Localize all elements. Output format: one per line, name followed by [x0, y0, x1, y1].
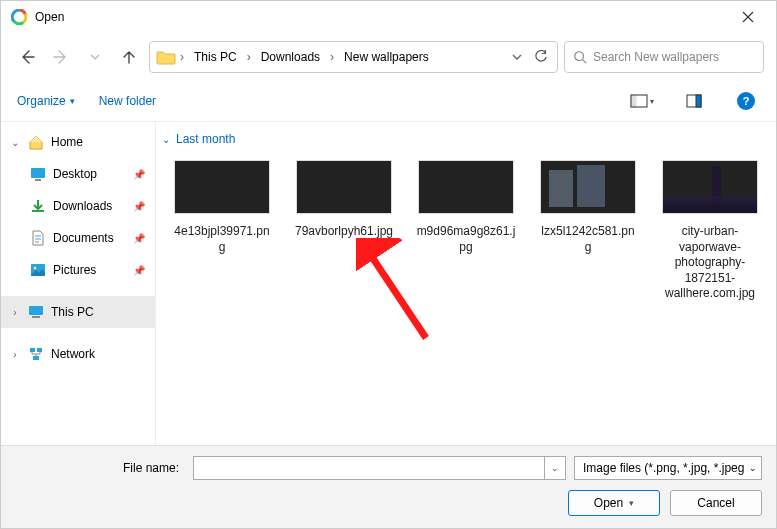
sidebar: ⌄ Home Desktop 📌 Downloads 📌 Documents — [1, 122, 156, 445]
group-header-last-month[interactable]: ⌄ Last month — [162, 132, 770, 146]
sidebar-label: Desktop — [53, 167, 97, 181]
sidebar-label: Documents — [53, 231, 114, 245]
forward-button[interactable] — [47, 43, 75, 71]
documents-icon — [29, 230, 47, 246]
svg-point-1 — [575, 52, 584, 61]
file-item[interactable]: 79avborlpyh61.jpg — [294, 160, 394, 302]
filename-label: File name: — [15, 461, 185, 475]
sidebar-label: Home — [51, 135, 83, 149]
pin-icon: 📌 — [133, 201, 145, 212]
search-icon — [573, 50, 587, 64]
help-icon: ? — [737, 92, 755, 110]
nav-row: › This PC › Downloads › New wallpapers — [1, 33, 776, 81]
svg-rect-5 — [696, 95, 701, 107]
chevron-down-icon: ⌄ — [749, 463, 757, 473]
crumb-new-wallpapers[interactable]: New wallpapers — [340, 48, 433, 66]
desktop-icon — [29, 166, 47, 182]
pictures-icon — [29, 262, 47, 278]
network-icon — [27, 346, 45, 362]
home-icon — [27, 134, 45, 150]
svg-rect-7 — [35, 179, 41, 181]
chevron-right-icon: › — [9, 349, 21, 360]
file-item[interactable]: 4e13bjpl39971.png — [172, 160, 272, 302]
chevron-down-icon: ⌄ — [162, 134, 170, 145]
new-folder-button[interactable]: New folder — [99, 94, 156, 108]
chevron-down-icon: ⌄ — [551, 463, 559, 473]
sidebar-label: Network — [51, 347, 95, 361]
file-name: 4e13bjpl39971.png — [172, 224, 272, 255]
view-mode-button[interactable]: ▾ — [628, 87, 656, 115]
address-bar[interactable]: › This PC › Downloads › New wallpapers — [149, 41, 558, 73]
chevron-down-icon: ⌄ — [9, 137, 21, 148]
file-item[interactable]: lzx5l1242c581.png — [538, 160, 638, 302]
cancel-button[interactable]: Cancel — [670, 490, 762, 516]
svg-rect-14 — [33, 356, 39, 360]
open-label: Open — [594, 496, 623, 510]
crumb-downloads[interactable]: Downloads — [257, 48, 324, 66]
help-button[interactable]: ? — [732, 87, 760, 115]
thumbnail-image — [418, 160, 514, 214]
svg-rect-11 — [32, 316, 40, 318]
sidebar-item-network[interactable]: › Network — [1, 338, 155, 370]
file-item[interactable]: city-urban-vaporwave-photography-1872151… — [660, 160, 760, 302]
sidebar-item-this-pc[interactable]: › This PC — [1, 296, 155, 328]
sidebar-item-pictures[interactable]: Pictures 📌 — [1, 254, 155, 286]
sidebar-label: Pictures — [53, 263, 96, 277]
body: ⌄ Home Desktop 📌 Downloads 📌 Documents — [1, 121, 776, 445]
downloads-icon — [29, 198, 47, 214]
file-type-filter[interactable]: Image files (*.png, *.jpg, *.jpeg, ⌄ — [574, 456, 762, 480]
sidebar-item-desktop[interactable]: Desktop 📌 — [1, 158, 155, 190]
titlebar: Open — [1, 1, 776, 33]
organize-label: Organize — [17, 94, 66, 108]
folder-icon — [156, 49, 174, 65]
sidebar-item-downloads[interactable]: Downloads 📌 — [1, 190, 155, 222]
open-button[interactable]: Open ▾ — [568, 490, 660, 516]
this-pc-icon — [27, 304, 45, 320]
up-button[interactable] — [115, 43, 143, 71]
filter-label: Image files (*.png, *.jpg, *.jpeg, — [583, 461, 745, 475]
svg-rect-12 — [30, 348, 35, 352]
chevron-right-icon: › — [245, 50, 253, 64]
close-button[interactable] — [728, 1, 768, 33]
chevron-right-icon: › — [9, 307, 21, 318]
preview-pane-button[interactable] — [680, 87, 708, 115]
search-input[interactable] — [593, 50, 755, 64]
svg-rect-6 — [31, 168, 45, 178]
svg-point-9 — [34, 267, 37, 270]
pin-icon: 📌 — [133, 169, 145, 180]
pin-icon: 📌 — [133, 233, 145, 244]
crumb-this-pc[interactable]: This PC — [190, 48, 241, 66]
back-button[interactable] — [13, 43, 41, 71]
thumbnail-image — [174, 160, 270, 214]
sidebar-label: This PC — [51, 305, 94, 319]
chevron-down-icon: ▾ — [70, 96, 75, 106]
filename-dropdown[interactable]: ⌄ — [544, 456, 566, 480]
chevron-right-icon: › — [328, 50, 336, 64]
file-name: lzx5l1242c581.png — [538, 224, 638, 255]
svg-rect-13 — [37, 348, 42, 352]
toolbar: Organize ▾ New folder ▾ ? — [1, 81, 776, 121]
history-dropdown[interactable] — [507, 47, 527, 67]
refresh-button[interactable] — [531, 47, 551, 67]
file-name: city-urban-vaporwave-photography-1872151… — [660, 224, 760, 302]
svg-rect-10 — [29, 306, 43, 315]
cancel-label: Cancel — [697, 496, 734, 510]
split-chevron-icon: ▾ — [629, 498, 634, 508]
window-title: Open — [35, 10, 64, 24]
thumbnail-image — [540, 160, 636, 214]
organize-menu[interactable]: Organize ▾ — [17, 94, 75, 108]
file-name: m9d96ma9g8z61.jpg — [416, 224, 516, 255]
new-folder-label: New folder — [99, 94, 156, 108]
thumbnail-image — [662, 160, 758, 214]
filename-input[interactable] — [193, 456, 544, 480]
sidebar-item-documents[interactable]: Documents 📌 — [1, 222, 155, 254]
group-label: Last month — [176, 132, 235, 146]
chevron-right-icon: › — [178, 50, 186, 64]
file-name: 79avborlpyh61.jpg — [294, 224, 394, 240]
sidebar-label: Downloads — [53, 199, 112, 213]
file-pane[interactable]: ⌄ Last month 4e13bjpl39971.png 79avborlp… — [156, 122, 776, 445]
search-box[interactable] — [564, 41, 764, 73]
recent-dropdown[interactable] — [81, 43, 109, 71]
file-item[interactable]: m9d96ma9g8z61.jpg — [416, 160, 516, 302]
sidebar-item-home[interactable]: ⌄ Home — [1, 126, 155, 158]
